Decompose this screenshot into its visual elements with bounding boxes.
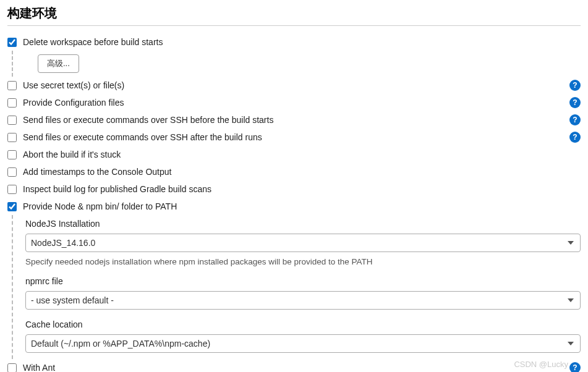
delete-workspace-nested: 高级...: [12, 51, 581, 77]
label-delete-workspace: Delete workspace before build starts: [23, 37, 581, 47]
select-cache-location[interactable]: Default (~/.npm or %APP_DATA%\npm-cache): [25, 334, 581, 353]
help-text-nodejs: Specify needed nodejs installation where…: [25, 257, 581, 266]
help-icon[interactable]: ?: [569, 114, 581, 125]
label-ssh-after: Send files or execute commands over SSH …: [23, 132, 565, 142]
label-with-ant: With Ant: [23, 363, 565, 372]
checkbox-inspect-gradle[interactable]: [7, 185, 17, 194]
label-ssh-before: Send files or execute commands over SSH …: [23, 115, 565, 125]
field-cache-location: Cache location Default (~/.npm or %APP_D…: [25, 316, 581, 359]
field-npmrc-file: npmrc file - use system default -: [25, 273, 581, 316]
option-provide-node: Provide Node & npm bin/ folder to PATH: [7, 198, 581, 215]
node-nested-section: NodeJS Installation NodeJS_14.16.0 Speci…: [12, 215, 581, 359]
option-abort-stuck: Abort the build if it's stuck: [7, 146, 581, 163]
checkbox-ssh-before[interactable]: [7, 116, 17, 125]
label-nodejs-installation: NodeJS Installation: [25, 219, 581, 229]
checkbox-with-ant[interactable]: [7, 363, 17, 373]
label-cache-location: Cache location: [25, 319, 581, 329]
label-provide-config: Provide Configuration files: [23, 98, 565, 108]
option-with-ant: With Ant ?: [7, 359, 581, 372]
option-add-timestamps: Add timestamps to the Console Output: [7, 163, 581, 180]
option-ssh-before: Send files or execute commands over SSH …: [7, 111, 581, 129]
help-icon[interactable]: ?: [569, 97, 581, 108]
select-nodejs-installation[interactable]: NodeJS_14.16.0: [25, 234, 581, 252]
label-add-timestamps: Add timestamps to the Console Output: [23, 167, 581, 177]
checkbox-use-secret[interactable]: [7, 81, 17, 90]
field-nodejs-installation: NodeJS Installation NodeJS_14.16.0 Speci…: [25, 215, 581, 273]
help-icon[interactable]: ?: [569, 80, 581, 91]
select-npmrc-file[interactable]: - use system default -: [25, 291, 581, 310]
checkbox-provide-config[interactable]: [7, 98, 17, 108]
option-inspect-gradle: Inspect build log for published Gradle b…: [7, 180, 581, 198]
label-use-secret: Use secret text(s) or file(s): [23, 80, 565, 90]
checkbox-delete-workspace[interactable]: [7, 38, 17, 47]
label-provide-node: Provide Node & npm bin/ folder to PATH: [23, 201, 581, 211]
advanced-button[interactable]: 高级...: [38, 54, 79, 73]
option-use-secret: Use secret text(s) or file(s) ?: [7, 77, 581, 94]
label-inspect-gradle: Inspect build log for published Gradle b…: [23, 184, 581, 194]
checkbox-ssh-after[interactable]: [7, 133, 17, 142]
option-ssh-after: Send files or execute commands over SSH …: [7, 129, 581, 146]
label-npmrc-file: npmrc file: [25, 276, 581, 286]
section-title: 构建环境: [7, 5, 581, 26]
label-abort-stuck: Abort the build if it's stuck: [23, 150, 581, 159]
help-icon[interactable]: ?: [569, 362, 581, 372]
help-icon[interactable]: ?: [569, 132, 581, 143]
option-provide-config: Provide Configuration files ?: [7, 94, 581, 111]
checkbox-add-timestamps[interactable]: [7, 167, 17, 177]
option-delete-workspace: Delete workspace before build starts: [7, 33, 581, 51]
checkbox-provide-node[interactable]: [7, 202, 17, 211]
checkbox-abort-stuck[interactable]: [7, 150, 17, 159]
